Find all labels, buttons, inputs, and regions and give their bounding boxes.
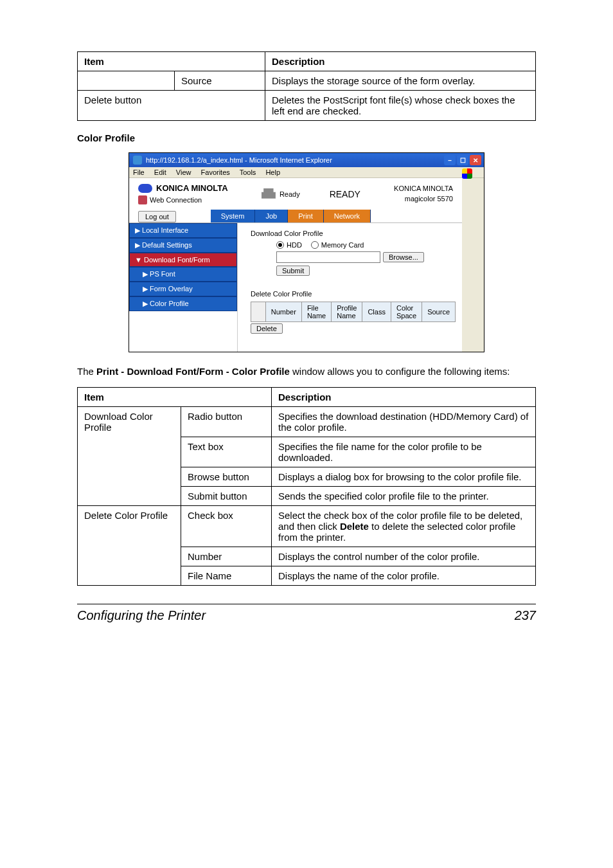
titlebar: http://192.168.1.2/a_index.html - Micros…: [129, 153, 484, 167]
sidebar-item-overlay[interactable]: ▶ Form Overlay: [129, 282, 237, 296]
menu-file[interactable]: File: [133, 168, 145, 176]
th-desc: Description: [265, 52, 536, 71]
cell: Displays the storage source of the form …: [265, 71, 536, 91]
cell: [78, 71, 175, 91]
col-profilename: Profile Name: [332, 302, 362, 322]
delete-button[interactable]: Delete: [251, 323, 283, 334]
sidebar-item-psfont[interactable]: ▶ PS Font: [129, 267, 237, 282]
footer-page-number: 237: [515, 608, 536, 623]
sidebar-item-local[interactable]: ▶ Local Interface: [129, 223, 237, 238]
tab-print[interactable]: Print: [288, 210, 324, 222]
radio-memory-label: Memory Card: [321, 241, 364, 249]
sidebar-item-download[interactable]: ▼ Download Font/Form: [129, 253, 237, 267]
logout-button[interactable]: Log out: [138, 211, 176, 222]
minimize-button[interactable]: –: [444, 155, 456, 165]
cell: Check box: [181, 506, 272, 547]
radio-memory[interactable]: [311, 241, 319, 249]
sidebar-item-colorprofile[interactable]: ▶ Color Profile: [129, 296, 237, 311]
cell-group2: Delete Color Profile: [78, 506, 181, 586]
menu-view[interactable]: View: [176, 168, 191, 176]
right-model: magicolor 5570: [394, 194, 453, 204]
col-filename: File Name: [301, 302, 331, 322]
cell: Displays the name of the color profile.: [272, 566, 536, 586]
file-path-input[interactable]: [276, 251, 380, 263]
maximize-button[interactable]: ☐: [457, 155, 468, 165]
cell: Specifies the download destination (HDD/…: [272, 407, 536, 437]
radio-hdd[interactable]: [276, 241, 284, 249]
cell: Submit button: [181, 487, 272, 506]
sidebar: ▶ Local Interface ▶ Default Settings ▼ D…: [129, 223, 237, 352]
pagescope-icon: [138, 195, 147, 204]
profile-table: Number File Name Profile Name Class Colo…: [251, 302, 456, 322]
cell: File Name: [181, 566, 272, 586]
menubar: File Edit View Favorites Tools Help: [129, 167, 484, 178]
panel-heading-download: Download Color Profile: [251, 230, 456, 237]
cell: Select the check box of the color profil…: [272, 506, 536, 547]
table-main: Item Description Download Color Profile …: [77, 387, 536, 586]
cell: Deletes the PostScript font file(s) whos…: [265, 91, 536, 121]
cell: Text box: [181, 437, 272, 467]
tab-job[interactable]: Job: [255, 210, 288, 222]
tab-network[interactable]: Network: [324, 210, 371, 222]
menu-help[interactable]: Help: [265, 168, 280, 176]
close-button[interactable]: ✕: [470, 155, 481, 165]
page-footer: Configuring the Printer 237: [77, 604, 536, 623]
footer-title: Configuring the Printer: [77, 608, 206, 623]
tab-system[interactable]: System: [211, 210, 256, 222]
cell: Displays a dialog box for browsing to th…: [272, 467, 536, 487]
windows-logo-icon: [462, 168, 472, 179]
col-number: Number: [265, 302, 301, 322]
th-desc2: Description: [272, 388, 536, 407]
cell: Delete button: [78, 91, 265, 121]
heading-color-profile: Color Profile: [77, 132, 536, 143]
cell: Browse button: [181, 467, 272, 487]
menu-tools[interactable]: Tools: [240, 168, 256, 176]
cell-group1: Download Color Profile: [78, 407, 181, 506]
cell: Source: [175, 71, 265, 91]
cell: Number: [181, 547, 272, 566]
radio-hdd-label: HDD: [287, 241, 302, 249]
sub-brand: Web Connection: [150, 196, 202, 204]
cell: Displays the control number of the color…: [272, 547, 536, 566]
cell: Radio button: [181, 407, 272, 437]
right-brand: KONICA MINOLTA: [394, 184, 453, 194]
th-item2: Item: [78, 388, 272, 407]
km-logo-icon: [138, 184, 152, 193]
cell: Specifies the file name for the color pr…: [272, 437, 536, 467]
sidebar-item-default[interactable]: ▶ Default Settings: [129, 238, 237, 253]
cell: Sends the specified color profile file t…: [272, 487, 536, 506]
browse-button[interactable]: Browse...: [383, 252, 424, 262]
intro-text: The Print - Download Font/Form - Color P…: [77, 365, 536, 378]
panel-heading-delete: Delete Color Profile: [251, 290, 456, 298]
col-source: Source: [422, 302, 456, 322]
col-class: Class: [362, 302, 391, 322]
ie-icon: [133, 156, 142, 165]
menu-favorites[interactable]: Favorites: [201, 168, 230, 176]
printer-icon: [262, 188, 276, 200]
status-ready-big: READY: [330, 189, 360, 199]
submit-button[interactable]: Submit: [276, 266, 310, 276]
window-title: http://192.168.1.2/a_index.html - Micros…: [146, 156, 332, 164]
status-ready-small: Ready: [280, 190, 300, 198]
brand-text: KONICA MINOLTA: [156, 183, 228, 193]
screenshot-window: http://192.168.1.2/a_index.html - Micros…: [129, 152, 484, 352]
col-colorspace: Color Space: [391, 302, 422, 322]
table-top: Item Description Source Displays the sto…: [77, 51, 536, 121]
menu-edit[interactable]: Edit: [154, 168, 166, 176]
th-item: Item: [78, 52, 265, 71]
